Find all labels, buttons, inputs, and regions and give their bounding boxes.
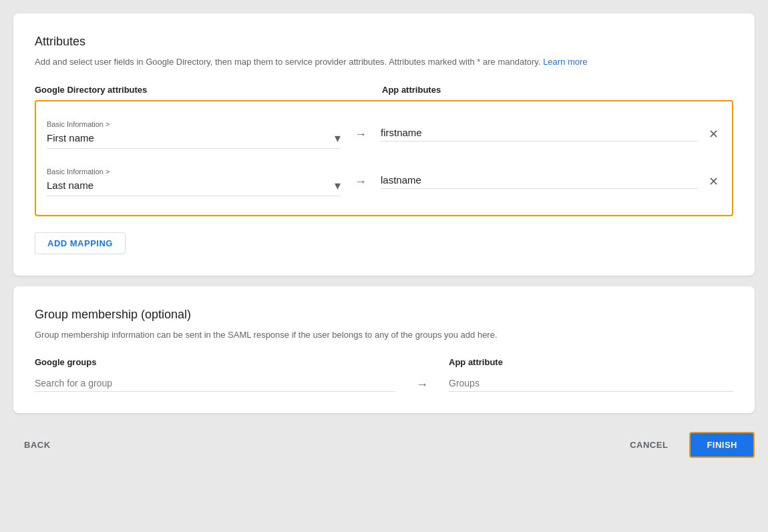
group-search-wrapper (35, 378, 395, 392)
mapping-row-1: Basic Information > First name ▾ → ✕ (47, 112, 721, 157)
learn-more-link[interactable]: Learn more (543, 57, 587, 67)
back-button[interactable]: BACK (13, 435, 61, 455)
close-button-2[interactable]: ✕ (706, 172, 721, 192)
attributes-description: Add and select user fields in Google Dir… (35, 55, 733, 69)
close-button-1[interactable]: ✕ (706, 124, 721, 144)
google-attr-dropdown-1[interactable]: First name ▾ (47, 131, 341, 149)
group-row: → (35, 372, 733, 392)
attributes-card: Attributes Add and select user fields in… (13, 13, 755, 276)
group-membership-card: Group membership (optional) Group member… (13, 286, 755, 414)
group-arrow-icon: → (395, 378, 449, 392)
app-attr-input-2[interactable] (381, 174, 698, 189)
google-attr-select-2: Basic Information > Last name ▾ (47, 168, 341, 196)
app-attr-group-wrapper (449, 378, 733, 392)
attr-select-value-1: First name (47, 132, 335, 144)
page-wrapper: Attributes Add and select user fields in… (13, 13, 755, 466)
bottom-nav: BACK CANCEL FINISH (13, 424, 755, 466)
right-buttons: CANCEL FINISH (619, 432, 755, 458)
app-attr-col-label: App attributes (382, 85, 733, 95)
add-mapping-button[interactable]: ADD MAPPING (35, 232, 126, 254)
dropdown-arrow-icon-1: ▾ (335, 131, 341, 146)
columns-header: Google Directory attributes App attribut… (35, 85, 733, 95)
mapping-container: Basic Information > First name ▾ → ✕ (35, 100, 733, 216)
dropdown-arrow-icon-2: ▾ (335, 178, 341, 193)
arrow-icon-1: → (341, 127, 381, 142)
app-attr-wrapper-2: ✕ (381, 172, 721, 192)
group-search-input[interactable] (35, 378, 395, 388)
app-attr-group-input[interactable] (449, 378, 733, 388)
google-dir-col-label: Google Directory attributes (35, 85, 342, 95)
attr-label-1: Basic Information > (47, 120, 341, 128)
arrow-icon-2: → (341, 175, 381, 189)
app-attribute-col-label: App attribute (449, 357, 733, 367)
group-columns-header: Google groups App attribute (35, 357, 733, 367)
app-attr-wrapper-1: ✕ (381, 124, 721, 144)
finish-button[interactable]: FINISH (689, 432, 755, 458)
attr-select-value-2: Last name (47, 180, 335, 191)
google-groups-col-label: Google groups (35, 357, 409, 367)
attributes-title: Attributes (35, 35, 733, 49)
google-attr-select-1: Basic Information > First name ▾ (47, 120, 341, 149)
attr-label-2: Basic Information > (47, 168, 341, 176)
mapping-row-2: Basic Information > Last name ▾ → ✕ (47, 157, 721, 204)
app-attr-input-1[interactable] (381, 127, 698, 142)
group-membership-title: Group membership (optional) (35, 308, 733, 322)
cancel-button[interactable]: CANCEL (619, 435, 679, 455)
group-membership-description: Group membership information can be sent… (35, 328, 733, 342)
google-attr-dropdown-2[interactable]: Last name ▾ (47, 178, 341, 196)
